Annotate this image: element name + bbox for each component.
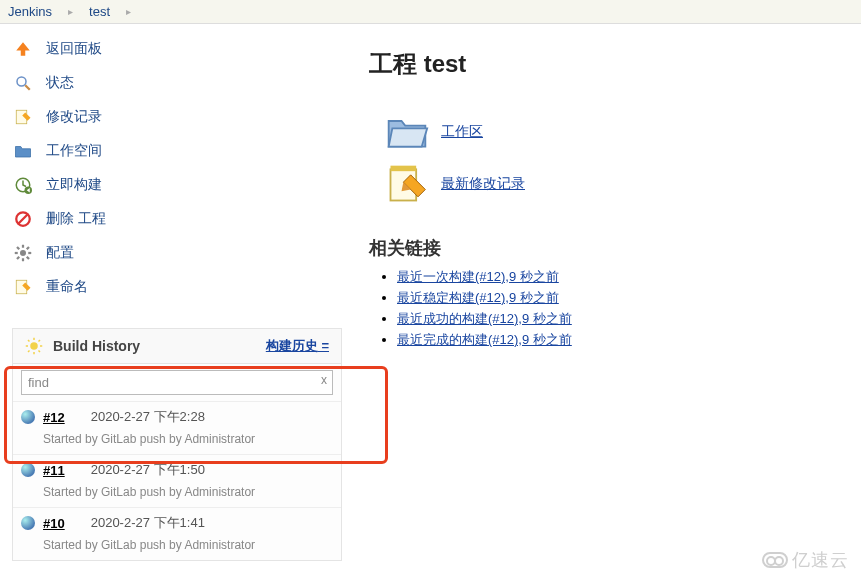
breadcrumb-root[interactable]: Jenkins <box>8 4 52 19</box>
svg-point-0 <box>17 77 26 86</box>
clock-icon <box>12 174 34 196</box>
build-history-trend-link[interactable]: 构建历史 = <box>266 337 329 355</box>
sidebar-item-label: 重命名 <box>46 278 88 296</box>
build-date: 2020-2-27 下午1:41 <box>91 514 205 532</box>
chevron-right-icon: ▸ <box>68 6 73 17</box>
folder-icon <box>12 140 34 162</box>
related-links-list: 最近一次构建(#12),9 秒之前 最近稳定构建(#12),9 秒之前 最近成功… <box>397 268 861 349</box>
svg-line-24 <box>28 351 30 353</box>
svg-rect-27 <box>391 166 417 172</box>
svg-line-15 <box>27 247 29 249</box>
permalink-last-stable[interactable]: 最近稳定构建(#12),9 秒之前 <box>397 290 559 305</box>
gear-icon <box>12 242 34 264</box>
main-content: 工程 test 工作区 最新修改记录 相关链接 最近一次构建(#12),9 秒之… <box>345 24 861 561</box>
svg-line-6 <box>18 214 29 225</box>
sidebar-item-label: 工作空间 <box>46 142 102 160</box>
sidebar-item-label: 立即构建 <box>46 176 102 194</box>
svg-line-1 <box>25 85 30 90</box>
build-number-link[interactable]: #11 <box>43 463 65 478</box>
status-ball-icon <box>21 463 35 477</box>
sidebar-item-rename[interactable]: 重命名 <box>12 270 345 304</box>
permalink-last-successful[interactable]: 最近成功的构建(#12),9 秒之前 <box>397 311 572 326</box>
svg-point-17 <box>30 342 38 350</box>
svg-line-12 <box>17 247 19 249</box>
svg-line-13 <box>27 257 29 259</box>
related-links-heading: 相关链接 <box>369 236 861 260</box>
svg-point-7 <box>20 250 26 256</box>
svg-line-25 <box>39 340 41 342</box>
recent-changes-link[interactable]: 最新修改记录 <box>441 175 525 193</box>
notepad-edit-icon <box>385 162 429 206</box>
permalink-last-completed[interactable]: 最近完成的构建(#12),9 秒之前 <box>397 332 572 347</box>
svg-line-14 <box>17 257 19 259</box>
sidebar-item-label: 删除 工程 <box>46 210 106 228</box>
notepad-icon <box>12 106 34 128</box>
build-history-title: Build History <box>53 338 266 354</box>
sidebar-item-label: 返回面板 <box>46 40 102 58</box>
sidebar-item-status[interactable]: 状态 <box>12 66 345 100</box>
permalink-last-build[interactable]: 最近一次构建(#12),9 秒之前 <box>397 269 559 284</box>
page-title: 工程 test <box>369 48 861 80</box>
chevron-right-icon: ▸ <box>126 6 131 17</box>
sidebar-menu: 返回面板 状态 修改记录 工作空间 <box>12 32 345 304</box>
sidebar-item-configure[interactable]: 配置 <box>12 236 345 270</box>
svg-line-22 <box>28 340 30 342</box>
sidebar-item-delete-project[interactable]: 删除 工程 <box>12 202 345 236</box>
sidebar-item-build-now[interactable]: 立即构建 <box>12 168 345 202</box>
sidebar-item-workspace[interactable]: 工作空间 <box>12 134 345 168</box>
sidebar-item-changes[interactable]: 修改记录 <box>12 100 345 134</box>
workspace-link-row: 工作区 <box>385 110 861 154</box>
breadcrumb: Jenkins ▸ test ▸ <box>0 0 861 24</box>
status-ball-icon <box>21 516 35 530</box>
changes-link-row: 最新修改记录 <box>385 162 861 206</box>
sidebar-item-label: 状态 <box>46 74 74 92</box>
sidebar: 返回面板 状态 修改记录 工作空间 <box>0 24 345 561</box>
folder-open-icon <box>385 110 429 154</box>
sidebar-item-back-to-dashboard[interactable]: 返回面板 <box>12 32 345 66</box>
rename-icon <box>12 276 34 298</box>
sidebar-item-label: 配置 <box>46 244 74 262</box>
up-icon <box>12 38 34 60</box>
svg-line-23 <box>39 351 41 353</box>
build-number-link[interactable]: #10 <box>43 516 65 531</box>
main-links: 工作区 最新修改记录 <box>385 110 861 206</box>
annotation-highlight <box>4 366 388 464</box>
workspace-link[interactable]: 工作区 <box>441 123 483 141</box>
watermark-text: 亿速云 <box>792 548 849 572</box>
sidebar-item-label: 修改记录 <box>46 108 102 126</box>
watermark-icon <box>762 552 788 568</box>
forbid-icon <box>12 208 34 230</box>
sun-icon <box>25 337 43 355</box>
build-cause: Started by GitLab push by Administrator <box>43 538 333 552</box>
build-cause: Started by GitLab push by Administrator <box>43 485 333 499</box>
build-history-header: Build History 构建历史 = <box>13 329 341 364</box>
search-icon <box>12 72 34 94</box>
build-history-item[interactable]: #10 2020-2-27 下午1:41 Started by GitLab p… <box>13 507 341 560</box>
breadcrumb-project[interactable]: test <box>89 4 110 19</box>
watermark: 亿速云 <box>762 548 849 572</box>
